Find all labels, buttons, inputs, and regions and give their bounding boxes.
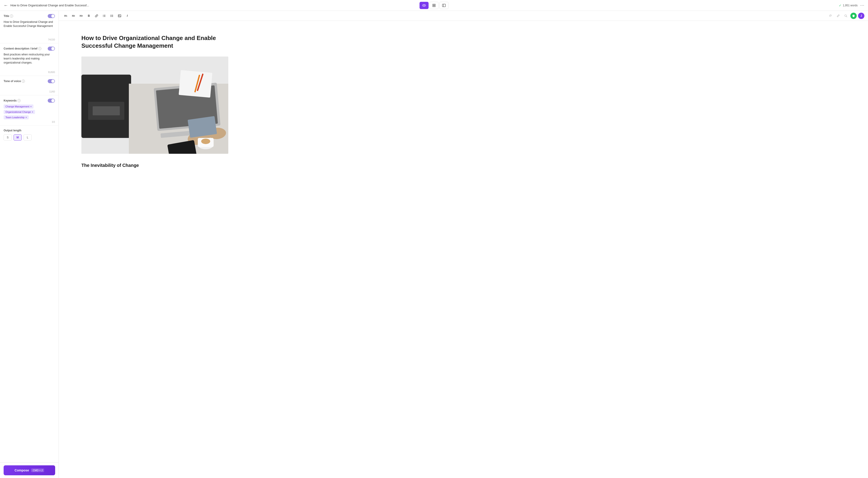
description-info-icon[interactable]: i	[38, 47, 41, 50]
bold-button[interactable]: B	[86, 13, 92, 19]
section1-heading: The Inevitability of Change	[81, 163, 845, 168]
svg-text:3.: 3.	[103, 16, 104, 17]
image-insert-button[interactable]	[116, 13, 123, 19]
svg-point-15	[111, 16, 111, 16]
size-small-button[interactable]: S	[4, 134, 12, 141]
topbar-title: How to Drive Organizational Change and E…	[10, 4, 89, 7]
toolbar-right: J	[827, 13, 864, 19]
tone-toggle[interactable]	[48, 79, 55, 83]
sidebar: Title i How to Drive Organizational Chan…	[0, 11, 59, 478]
title-counter: 74/150	[4, 38, 55, 41]
compose-button[interactable]: Compose CMD + J	[4, 465, 55, 475]
svg-rect-34	[179, 70, 212, 98]
keywords-field: Keywords i Change Management × Organizat…	[0, 95, 59, 126]
tone-info-icon[interactable]: i	[22, 80, 25, 83]
keywords-label: Keywords i	[4, 99, 21, 102]
svg-line-23	[846, 16, 847, 17]
size-medium-button[interactable]: M	[13, 134, 22, 141]
svg-rect-2	[433, 4, 434, 5]
description-label-row: Content description / brief i	[4, 47, 55, 51]
h2-button[interactable]: H2	[70, 13, 77, 19]
svg-rect-20	[118, 14, 121, 17]
keyword-remove-organizational-change[interactable]: ×	[32, 111, 33, 113]
title-textarea[interactable]: How to Drive Organizational Change and E…	[4, 20, 55, 36]
tone-counter: 11/60	[4, 90, 55, 93]
link-button[interactable]	[93, 13, 100, 19]
pin-button[interactable]	[827, 13, 834, 19]
output-length-section: Output length S M L	[0, 126, 59, 144]
ordered-list-button[interactable]: 1.2.3.	[101, 13, 107, 19]
svg-rect-3	[434, 4, 435, 5]
editor-area: H1 H2 H3 B 1.2.3. I	[59, 11, 868, 478]
topbar: ← How to Drive Organizational Change and…	[0, 0, 868, 11]
view-toggle-group	[420, 2, 448, 9]
svg-rect-4	[433, 6, 434, 7]
search-button[interactable]	[843, 13, 849, 19]
description-label: Content description / brief i	[4, 47, 41, 50]
svg-point-1	[424, 5, 425, 6]
h3-button[interactable]: H3	[78, 13, 85, 19]
svg-rect-27	[93, 106, 120, 115]
editor-content[interactable]: How to Drive Organizational Change and E…	[59, 21, 868, 478]
keyword-tag-organizational-change[interactable]: Organizational Change ×	[4, 110, 35, 114]
more-options-button[interactable]: ···	[860, 3, 864, 8]
output-length-label: Output length	[4, 129, 55, 132]
tone-label-row: Tone of voice i	[4, 79, 55, 83]
keywords-info-icon[interactable]: i	[18, 99, 21, 102]
main-layout: Title i How to Drive Organizational Chan…	[0, 11, 868, 478]
word-count-label: 1,951 words	[843, 4, 858, 7]
preview-view-button[interactable]	[420, 2, 429, 9]
title-field: Title i How to Drive Organizational Chan…	[0, 11, 59, 43]
description-toggle[interactable]	[48, 47, 55, 51]
keyword-tag-change-management[interactable]: Change Management ×	[4, 104, 33, 109]
word-count: ✓ 1,951 words	[839, 4, 858, 7]
svg-rect-41	[188, 116, 217, 138]
keyword-remove-change-management[interactable]: ×	[30, 105, 32, 108]
svg-point-16	[111, 16, 111, 17]
sidebar-view-button[interactable]	[439, 2, 448, 9]
h1-button[interactable]: H1	[62, 13, 69, 19]
user-avatar[interactable]: J	[858, 13, 864, 19]
keyword-tag-team-leadership[interactable]: Team Leadership ×	[4, 115, 29, 119]
compose-bar: Compose CMD + J	[0, 462, 59, 478]
editor-toolbar: H1 H2 H3 B 1.2.3. I	[59, 11, 868, 21]
svg-rect-6	[442, 4, 445, 7]
description-counter: 91/600	[4, 71, 55, 73]
article-featured-image	[81, 57, 228, 154]
size-buttons: S M L	[4, 134, 55, 141]
svg-rect-5	[434, 6, 435, 7]
description-textarea[interactable]: Best practices when restructuring your t…	[4, 53, 55, 69]
tone-field: Tone of voice i Brene Brown 11/60	[0, 76, 59, 95]
italic-button[interactable]: I	[124, 13, 131, 19]
title-label-row: Title i	[4, 14, 55, 18]
svg-point-39	[201, 139, 210, 144]
title-info-icon[interactable]: i	[10, 14, 13, 18]
title-toggle[interactable]	[48, 14, 55, 18]
size-large-button[interactable]: L	[24, 134, 32, 141]
shield-button[interactable]	[850, 13, 857, 19]
keywords-toggle[interactable]	[48, 98, 55, 103]
keywords-counter: 3/3	[4, 121, 55, 123]
edit-button[interactable]	[835, 13, 841, 19]
keywords-label-row: Keywords i	[4, 98, 55, 103]
title-label: Title i	[4, 14, 13, 18]
description-field: Content description / brief i Best pract…	[0, 43, 59, 76]
article-title: How to Drive Organizational Change and E…	[81, 34, 240, 50]
svg-point-14	[111, 15, 111, 16]
compose-shortcut: CMD + J	[31, 469, 44, 472]
keyword-remove-team-leadership[interactable]: ×	[25, 116, 27, 119]
back-button[interactable]: ←	[4, 3, 8, 8]
check-icon: ✓	[839, 4, 842, 7]
tone-input[interactable]: Brene Brown	[4, 86, 55, 89]
tone-label: Tone of voice i	[4, 80, 25, 83]
grid-view-button[interactable]	[430, 2, 438, 9]
topbar-left: ← How to Drive Organizational Change and…	[4, 3, 417, 8]
topbar-right: ✓ 1,951 words ···	[451, 3, 864, 8]
keywords-container: Change Management × Organizational Chang…	[4, 104, 55, 119]
unordered-list-button[interactable]	[108, 13, 115, 19]
